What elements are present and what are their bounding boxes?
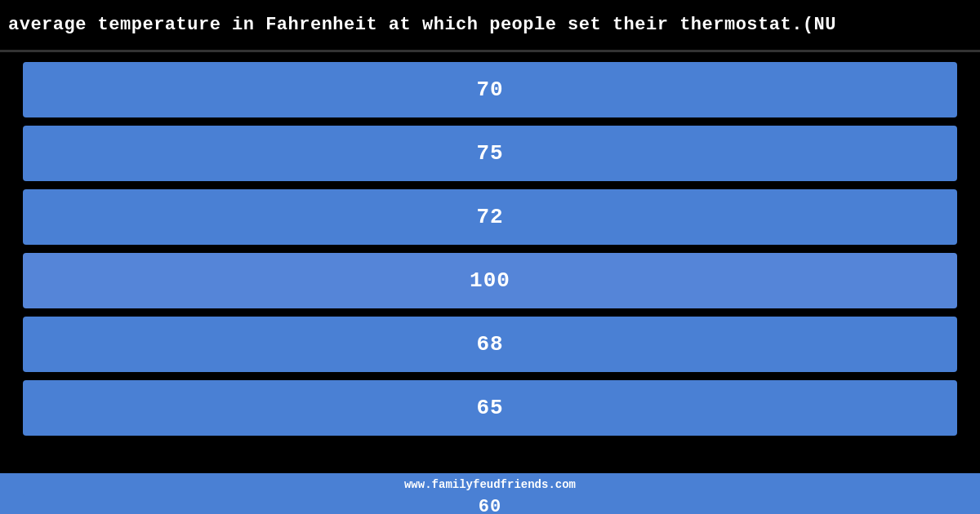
answer-bar-4: 100	[23, 253, 957, 308]
answer-bar-1: 70	[23, 62, 957, 117]
answer-value-6: 65	[476, 396, 503, 420]
footer-url: www.familyfeudfriends.com	[404, 478, 576, 491]
partial-answer-value: 60	[479, 497, 501, 515]
answer-value-4: 100	[470, 268, 510, 293]
header-text: average temperature in Fahrenheit at whi…	[8, 15, 836, 35]
answer-value-5: 68	[476, 332, 503, 357]
partial-answer-bar: 60	[23, 494, 957, 514]
answer-value-2: 75	[476, 141, 503, 166]
answer-bar-3: 72	[23, 189, 957, 245]
answers-container: 70 75 72 100 68 65	[0, 52, 980, 445]
footer: www.familyfeudfriends.com 60	[0, 473, 980, 514]
header: average temperature in Fahrenheit at whi…	[0, 0, 980, 52]
answer-value-3: 72	[476, 205, 503, 229]
answer-bar-5: 68	[23, 317, 957, 372]
answer-bar-6: 65	[23, 380, 957, 436]
answer-bar-2: 75	[23, 126, 957, 181]
answer-value-1: 70	[476, 78, 503, 102]
